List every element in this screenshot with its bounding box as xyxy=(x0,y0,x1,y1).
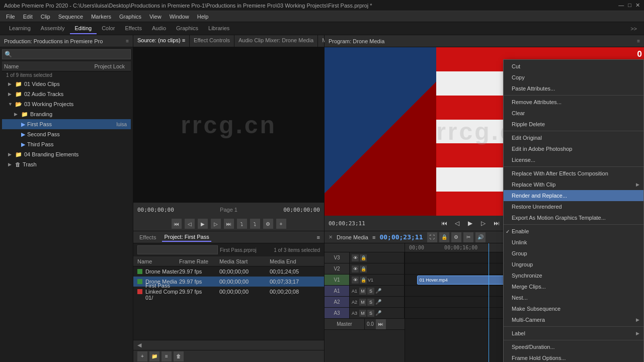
tree-item-first-pass[interactable]: ▶ ▶ First Pass luisa xyxy=(2,119,131,129)
tree-item-03-working-projects[interactable]: ▼ 📂 03 Working Projects xyxy=(2,99,131,109)
bin-folder-btn[interactable]: 📁 xyxy=(149,351,159,361)
minimize-btn[interactable]: — xyxy=(618,2,624,9)
track-a3-m[interactable]: M xyxy=(359,310,366,317)
drone-tool-1[interactable]: ⛶ xyxy=(427,232,437,242)
source-insert-btn[interactable]: ⤵ xyxy=(237,219,247,229)
tree-item-04-branding-elements[interactable]: ▶ 📁 04 Branding Elements xyxy=(2,149,131,159)
drone-tool-3[interactable]: ⚙ xyxy=(451,232,461,242)
ctx-ungroup[interactable]: Ungroup xyxy=(504,259,643,270)
source-tab-audiomix[interactable]: Audio Clip Mixer: Drone Media xyxy=(234,35,318,47)
expand-arrow[interactable]: ▶ xyxy=(14,112,21,117)
drone-close-btn[interactable]: ✕ xyxy=(329,234,333,240)
source-rewind-btn[interactable]: ⏮ xyxy=(172,219,182,229)
ctx-replace-ae[interactable]: Replace With After Effects Composition xyxy=(504,168,643,179)
track-v1-eye[interactable]: 👁 xyxy=(352,277,359,284)
track-a1-m[interactable]: M xyxy=(359,288,366,295)
ctx-ripple-delete[interactable]: Ripple Delete xyxy=(504,119,643,130)
ctx-label[interactable]: Label xyxy=(504,328,643,339)
menu-sequence[interactable]: Sequence xyxy=(54,13,88,21)
ws-tab-color[interactable]: Color xyxy=(97,23,120,34)
track-a3-s[interactable]: S xyxy=(367,310,374,317)
workspace-more[interactable]: >> xyxy=(627,24,640,34)
program-step-fwd-btn[interactable]: ▷ xyxy=(478,218,489,229)
ctx-restore-unrendered[interactable]: Restore Unrendered xyxy=(504,201,643,212)
source-step-fwd-btn[interactable]: ▷ xyxy=(211,219,221,229)
ctx-synchronize[interactable]: Synchronize xyxy=(504,270,643,281)
source-overwrite-btn[interactable]: ⤵ xyxy=(250,219,260,229)
effects-menu-icon[interactable]: ≡ xyxy=(317,234,320,240)
ws-tab-assembly[interactable]: Assembly xyxy=(36,23,70,34)
program-ffwd-btn[interactable]: ⏭ xyxy=(491,218,502,229)
source-ffwd-btn[interactable]: ⏭ xyxy=(224,219,234,229)
bin-delete-btn[interactable]: 🗑 xyxy=(174,351,184,361)
ctx-multi-camera[interactable]: Multi-Camera xyxy=(504,314,643,325)
track-v2-eye[interactable]: 👁 xyxy=(352,265,359,273)
ws-tab-editing[interactable]: Editing xyxy=(70,23,97,34)
effects-tab-project[interactable]: Project: First Pass xyxy=(162,233,211,242)
tree-item-branding[interactable]: ▶ 📁 Branding xyxy=(2,109,131,119)
ctx-replace-clip[interactable]: Replace With Clip xyxy=(504,179,643,190)
source-play-btn[interactable]: ▶ xyxy=(198,219,208,229)
tree-item-second-pass[interactable]: ▶ ▶ Second Pass xyxy=(2,129,131,139)
menu-help[interactable]: Help xyxy=(193,13,213,21)
bin-search-input[interactable] xyxy=(137,245,218,254)
source-tab-effects[interactable]: Effect Controls xyxy=(190,35,234,47)
ctx-edit-original[interactable]: Edit Original xyxy=(504,132,643,143)
ws-tab-libraries[interactable]: Libraries xyxy=(203,23,234,34)
track-master-end[interactable]: ⏭ xyxy=(376,319,386,329)
tree-item-trash[interactable]: ▶ 🗑 Trash xyxy=(2,159,131,169)
bin-list-btn[interactable]: ≡ xyxy=(162,351,172,361)
production-search[interactable]: 🔍 xyxy=(2,49,131,59)
drone-tool-4[interactable]: ✂ xyxy=(463,232,473,242)
close-btn[interactable]: ✕ xyxy=(635,2,640,9)
ctx-cut[interactable]: Cut xyxy=(504,61,643,72)
ctx-copy[interactable]: Copy xyxy=(504,72,643,83)
track-a1-s[interactable]: S xyxy=(367,288,374,295)
menu-file[interactable]: File xyxy=(2,13,19,21)
expand-arrow[interactable]: ▶ xyxy=(8,81,15,86)
ctx-enable[interactable]: ✓ Enable xyxy=(504,226,643,237)
ctx-make-subsequence[interactable]: Make Subsequence xyxy=(504,303,643,314)
menu-clip[interactable]: Clip xyxy=(37,13,54,21)
bin-row-first-pass-linked[interactable]: First Pass Linked Comp 01/ 29.97 fps 00;… xyxy=(133,287,324,297)
track-a2-m[interactable]: M xyxy=(359,299,366,306)
ctx-group[interactable]: Group xyxy=(504,248,643,259)
bin-scroll-left[interactable]: ◀ xyxy=(137,342,141,348)
production-menu-icon[interactable]: ≡ xyxy=(126,38,129,44)
track-v2-lock[interactable]: 🔒 xyxy=(360,265,367,273)
source-add-btn[interactable]: + xyxy=(276,219,286,229)
ws-tab-learning[interactable]: Learning xyxy=(4,23,36,34)
ctx-license[interactable]: License... xyxy=(504,154,643,165)
expand-arrow[interactable]: ▶ xyxy=(8,152,15,157)
menu-graphics[interactable]: Graphics xyxy=(115,13,145,21)
track-v3-eye[interactable]: 👁 xyxy=(352,254,359,261)
ctx-render-replace[interactable]: Render and Replace... xyxy=(504,190,643,201)
ctx-frame-hold-options[interactable]: Frame Hold Options... xyxy=(504,352,643,362)
program-step-back-btn[interactable]: ◁ xyxy=(452,218,463,229)
ctx-remove-attributes[interactable]: Remove Attributes... xyxy=(504,97,643,108)
program-play-btn[interactable]: ▶ xyxy=(465,218,476,229)
menu-edit[interactable]: Edit xyxy=(19,13,37,21)
source-step-back-btn[interactable]: ◁ xyxy=(185,219,195,229)
program-menu-icon[interactable]: ≡ xyxy=(637,38,640,44)
drone-menu-icon[interactable]: ≡ xyxy=(372,234,375,240)
ctx-unlink[interactable]: Unlink xyxy=(504,237,643,248)
bin-row-drone-master[interactable]: Drone Master 29.97 fps 00;00;00;00 00;01… xyxy=(133,266,324,277)
ctx-nest[interactable]: Nest... xyxy=(504,292,643,303)
menu-view[interactable]: View xyxy=(145,13,166,21)
maximize-btn[interactable]: □ xyxy=(628,2,631,9)
ctx-clear[interactable]: Clear xyxy=(504,108,643,119)
menu-window[interactable]: Window xyxy=(166,13,193,21)
ws-tab-audio[interactable]: Audio xyxy=(147,23,171,34)
expand-arrow[interactable]: ▶ xyxy=(8,92,15,97)
tree-item-third-pass[interactable]: ▶ ▶ Third Pass xyxy=(2,139,131,149)
ctx-merge-clips[interactable]: Merge Clips... xyxy=(504,281,643,292)
track-v1-lock[interactable]: 🔒 xyxy=(360,277,367,284)
production-search-input[interactable] xyxy=(12,51,128,57)
expand-arrow[interactable]: ▶ xyxy=(8,162,15,167)
drone-tool-5[interactable]: 🔊 xyxy=(475,232,486,242)
tree-item-02-audio-tracks[interactable]: ▶ 📁 02 Audio Tracks xyxy=(2,89,131,99)
ctx-paste-attributes[interactable]: Paste Attributes... xyxy=(504,83,643,94)
effects-tab-effects[interactable]: Effects xyxy=(137,233,158,241)
track-a2-s[interactable]: S xyxy=(367,299,374,306)
